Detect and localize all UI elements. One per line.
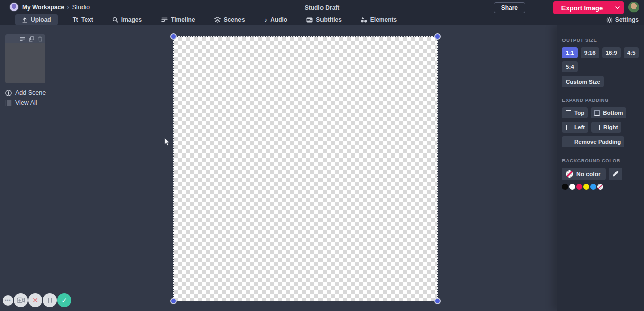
check-icon: ✓	[61, 297, 67, 304]
tab-scenes[interactable]: Scenes	[212, 14, 247, 25]
tab-images[interactable]: Images	[110, 14, 144, 25]
chevron-down-icon	[615, 6, 620, 9]
tab-upload[interactable]: Upload	[15, 14, 58, 25]
plus-circle-icon	[5, 90, 12, 96]
top-bar: My Workspace › Studio Studio Draft Share…	[0, 0, 644, 14]
scene-thumbnail[interactable]	[5, 34, 45, 83]
resize-handle-top-left[interactable]	[170, 33, 177, 40]
export-options-toggle[interactable]	[611, 4, 624, 12]
finish-recording-button[interactable]: ✓	[57, 293, 71, 307]
padding-top-button[interactable]: Top	[562, 107, 588, 118]
tab-timeline[interactable]: Timeline	[159, 14, 197, 25]
eyedropper-button[interactable]	[609, 168, 622, 180]
swatch-yellow[interactable]	[583, 184, 589, 190]
ratio-9-16-button[interactable]: 9:16	[581, 47, 599, 58]
pause-recording-button[interactable]	[43, 293, 57, 307]
ratio-4-5-button[interactable]: 4:5	[624, 47, 639, 58]
tab-text[interactable]: Tt Text	[71, 14, 95, 25]
padding-bottom-icon	[594, 110, 600, 116]
color-swatch-row	[562, 184, 639, 190]
upload-icon	[22, 17, 28, 23]
swatch-red[interactable]	[576, 184, 582, 190]
breadcrumb: My Workspace › Studio	[22, 4, 90, 11]
breadcrumb-workspace-link[interactable]: My Workspace	[22, 4, 64, 11]
ellipsis-icon: ⋯	[5, 297, 11, 303]
swatch-no-color[interactable]	[597, 184, 603, 190]
remove-padding-button[interactable]: Remove Padding	[562, 136, 624, 147]
swatch-black[interactable]	[562, 184, 568, 190]
no-color-button[interactable]: No color	[562, 168, 606, 180]
add-scene-button[interactable]: Add Scene	[5, 89, 46, 96]
swatch-blue[interactable]	[590, 184, 596, 190]
padding-top-icon	[566, 110, 571, 116]
ratio-16-9-button[interactable]: 16:9	[602, 47, 621, 58]
mouse-cursor	[164, 138, 170, 148]
scene-thumbnail-actions	[5, 34, 45, 43]
output-size-heading: OUTPUT SIZE	[562, 37, 639, 43]
text-icon: Tt	[73, 16, 78, 23]
search-icon	[112, 17, 118, 23]
main-toolbar: Upload Tt Text Images Timeline Scenes ♪ …	[0, 14, 644, 25]
workspace-logo[interactable]	[9, 2, 19, 12]
expand-padding-heading: EXPAND PADDING	[562, 97, 639, 103]
scene-thumbnail-preview[interactable]	[5, 43, 45, 83]
top-chrome: My Workspace › Studio Studio Draft Share…	[0, 0, 644, 25]
padding-left-icon	[566, 125, 571, 130]
pause-icon	[48, 298, 52, 303]
timeline-icon	[161, 17, 168, 23]
padding-right-icon	[595, 125, 600, 130]
remove-padding-icon	[566, 139, 571, 145]
document-title: Studio Draft	[0, 4, 644, 11]
ratio-buttons: 1:1 9:16 16:9 4:5 5:4	[562, 47, 639, 72]
ratio-5-4-button[interactable]: 5:4	[562, 61, 578, 72]
resize-handle-bottom-right[interactable]	[434, 298, 441, 304]
resize-handle-bottom-left[interactable]	[170, 298, 177, 304]
duplicate-icon[interactable]	[29, 36, 34, 42]
breadcrumb-current: Studio	[72, 4, 90, 11]
user-avatar[interactable]	[628, 2, 639, 13]
list-icon	[5, 100, 12, 106]
shapes-icon	[361, 17, 367, 23]
view-all-button[interactable]: View All	[5, 99, 37, 106]
no-color-icon	[566, 170, 573, 178]
resize-handle-top-right[interactable]	[434, 33, 441, 40]
gear-icon	[606, 17, 613, 23]
canvas-artboard[interactable]	[174, 37, 437, 301]
trash-icon[interactable]	[38, 36, 43, 42]
settings-panel: OUTPUT SIZE 1:1 9:16 16:9 4:5 5:4 Custom…	[557, 25, 644, 311]
cancel-recording-button[interactable]: ✕	[28, 293, 42, 307]
padding-left-button[interactable]: Left	[562, 122, 588, 133]
tab-audio[interactable]: ♪ Audio	[262, 14, 290, 25]
swatch-white[interactable]	[569, 184, 575, 190]
video-camera-icon	[17, 297, 25, 303]
layers-icon	[214, 17, 221, 23]
share-button[interactable]: Share	[494, 2, 525, 13]
padding-bottom-button[interactable]: Bottom	[591, 107, 626, 118]
more-options-button[interactable]: ⋯	[3, 295, 13, 306]
padding-right-button[interactable]: Right	[591, 122, 621, 133]
background-color-heading: BACKGROUND COLOR	[562, 158, 639, 163]
camera-toggle-button[interactable]	[14, 293, 28, 307]
breadcrumb-separator: ›	[67, 4, 69, 11]
settings-button[interactable]: Settings	[606, 14, 639, 25]
custom-size-button[interactable]: Custom Size	[562, 76, 604, 87]
tab-subtitles[interactable]: Subtitles	[304, 14, 344, 25]
close-icon: ✕	[32, 297, 38, 304]
recorder-controls: ⋯ ✕ ✓	[3, 293, 72, 307]
export-image-label: Export Image	[553, 4, 611, 12]
notes-icon[interactable]	[20, 37, 25, 41]
music-note-icon: ♪	[264, 17, 268, 23]
captions-icon	[306, 17, 313, 23]
tab-elements[interactable]: Elements	[359, 14, 399, 25]
export-image-button[interactable]: Export Image	[553, 1, 624, 14]
eyedropper-icon	[612, 171, 619, 177]
ratio-1-1-button[interactable]: 1:1	[562, 47, 578, 58]
